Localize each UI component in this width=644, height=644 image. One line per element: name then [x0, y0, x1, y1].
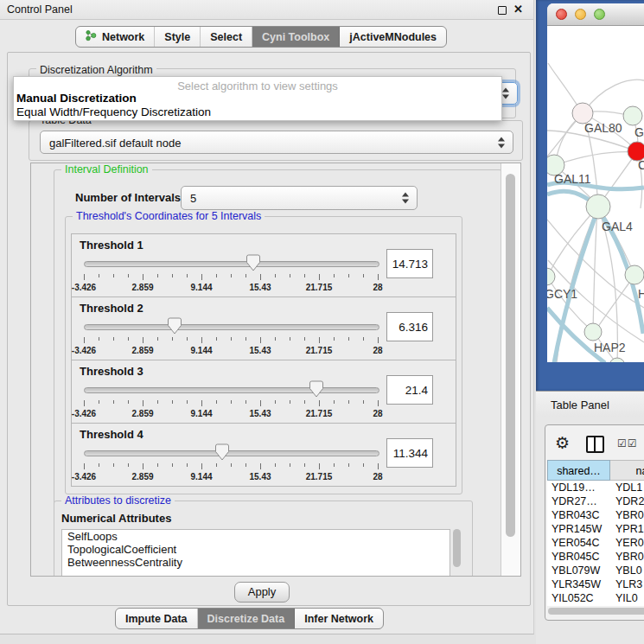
- zoom-window-icon[interactable]: [594, 9, 605, 20]
- slider-thumb[interactable]: [309, 380, 323, 398]
- attribute-list-item[interactable]: SelfLoops: [62, 530, 450, 543]
- cell-name[interactable]: YBR0: [615, 508, 644, 522]
- tab-network[interactable]: Network: [76, 27, 155, 47]
- dropdown-option-equal-width-frequency[interactable]: Equal Width/Frequency Discretization: [16, 105, 211, 118]
- tab-style[interactable]: Style: [155, 27, 201, 47]
- apply-button[interactable]: Apply: [234, 582, 290, 603]
- table-row[interactable]: YER054CYER0: [547, 536, 644, 550]
- slider-tick: [231, 274, 232, 277]
- slider-tick: [363, 274, 364, 277]
- tab-infer-network[interactable]: Infer Network: [295, 609, 383, 628]
- cell-shared-name[interactable]: YIL052C: [552, 591, 594, 605]
- slider-tick: [201, 337, 202, 343]
- network-window-titlebar[interactable]: [547, 3, 644, 26]
- table-row[interactable]: YBR043CYBR0: [547, 508, 644, 522]
- slider-tick: [157, 400, 158, 404]
- slider-tick: [84, 274, 85, 280]
- network-node[interactable]: [609, 358, 625, 362]
- cell-shared-name[interactable]: YBR043C: [552, 508, 600, 522]
- cell-name[interactable]: YLR3: [615, 577, 642, 591]
- table-row[interactable]: YDR27…YDR2: [547, 494, 644, 508]
- slider-tick: [187, 400, 188, 404]
- slider-tick-label: 9.144: [190, 283, 212, 292]
- float-window-icon[interactable]: [498, 6, 507, 15]
- close-icon[interactable]: ✕: [513, 3, 523, 16]
- cell-name[interactable]: YPR1: [615, 522, 644, 536]
- network-node-gcy1[interactable]: [547, 268, 555, 285]
- slider-tick: [245, 463, 246, 467]
- number-of-intervals-combobox[interactable]: 5: [181, 186, 418, 210]
- tab-select[interactable]: Select: [201, 27, 252, 47]
- cell-name[interactable]: YIL0: [615, 591, 638, 605]
- cell-shared-name[interactable]: YLR345W: [552, 577, 601, 591]
- table-horizontal-scrollbar[interactable]: [548, 608, 644, 615]
- table-row[interactable]: YLR345WYLR3: [547, 577, 644, 591]
- attributes-list-scrollbar[interactable]: [453, 529, 461, 567]
- column-header-name[interactable]: na: [610, 460, 644, 481]
- table-panel-title: Table Panel: [551, 399, 609, 411]
- cell-name[interactable]: YBL0: [615, 564, 642, 577]
- threshold-3-value-field[interactable]: 21.4: [386, 375, 433, 405]
- threshold-4-box: Threshold 4 -3.4262.8599.14415.4321.7152…: [71, 423, 456, 487]
- network-node-ga[interactable]: [623, 106, 642, 125]
- columns-icon[interactable]: [586, 436, 604, 453]
- scroll-pane-scrollbar-track[interactable]: [501, 163, 521, 576]
- tab-cyni-toolbox[interactable]: Cyni Toolbox: [252, 27, 340, 47]
- threshold-4-value-field[interactable]: 11.344: [386, 438, 433, 468]
- network-node-h[interactable]: [625, 265, 644, 284]
- cell-name[interactable]: YDL1: [615, 481, 642, 494]
- gear-icon[interactable]: ⚙: [555, 435, 570, 451]
- cell-shared-name[interactable]: YBR045C: [552, 550, 600, 564]
- checkboxes-icon[interactable]: ☑☑: [617, 437, 638, 450]
- threshold-2-value-field[interactable]: 6.316: [386, 312, 433, 341]
- slider-tick: [245, 274, 246, 277]
- cell-shared-name[interactable]: YDL19…: [552, 481, 596, 494]
- dropdown-option-manual-discretization[interactable]: Manual Discretization: [16, 92, 137, 105]
- slider-tick: [99, 463, 99, 467]
- cell-name[interactable]: YER0: [615, 536, 644, 550]
- threshold-label: Threshold 4: [80, 428, 143, 441]
- network-canvas[interactable]: GAL80GACGAL11GAL4GCY1HHAP2: [547, 26, 644, 362]
- attribute-list-item[interactable]: BetweennessCentrality: [62, 556, 450, 569]
- minimize-window-icon[interactable]: [575, 9, 586, 20]
- table-row[interactable]: YIL052CYIL0: [547, 591, 644, 605]
- slider-thumb[interactable]: [168, 317, 182, 335]
- slider-tick: [378, 337, 379, 343]
- tab-discretize-data[interactable]: Discretize Data: [198, 609, 296, 628]
- slider-tick: [113, 337, 114, 341]
- threshold-4-slider[interactable]: -3.4262.8599.14415.4321.71528: [84, 444, 378, 482]
- slider-tick: [319, 400, 320, 406]
- slider-thumb[interactable]: [246, 254, 261, 271]
- threshold-1-slider[interactable]: -3.4262.8599.14415.4321.71528: [84, 255, 378, 293]
- table-row[interactable]: YPR145WYPR1: [547, 522, 644, 536]
- dropdown-hint: Select algorithm to view settings: [14, 80, 501, 92]
- threshold-2-slider[interactable]: -3.4262.8599.14415.4321.71528: [84, 318, 378, 356]
- slider-tick: [348, 274, 349, 277]
- cell-name[interactable]: YBR0: [615, 550, 644, 564]
- threshold-3-slider[interactable]: -3.4262.8599.14415.4321.71528: [84, 381, 378, 419]
- network-node-hap2[interactable]: [584, 323, 602, 341]
- tab-impute-data[interactable]: Impute Data: [116, 609, 198, 628]
- table-row[interactable]: YBR045CYBR0: [547, 550, 644, 564]
- slider-thumb[interactable]: [214, 443, 229, 461]
- slider-tick: [143, 337, 143, 343]
- cell-shared-name[interactable]: YDR27…: [552, 494, 597, 508]
- cell-shared-name[interactable]: YBL079W: [552, 564, 600, 577]
- table-row[interactable]: YDL19…YDL1: [547, 481, 644, 494]
- cell-name[interactable]: YDR2: [615, 494, 644, 508]
- attribute-list-item[interactable]: TopologicalCoefficient: [62, 543, 450, 556]
- network-node-gal4[interactable]: [586, 194, 610, 219]
- table-data-combobox[interactable]: galFiltered.sif default node: [40, 131, 513, 154]
- column-header-shared-name[interactable]: shared…: [547, 460, 610, 481]
- table-row[interactable]: YBL079WYBL0: [547, 564, 644, 577]
- close-window-icon[interactable]: [556, 9, 567, 20]
- threshold-1-value-field[interactable]: 14.713: [386, 249, 433, 278]
- scroll-pane-scrollbar-thumb[interactable]: [506, 174, 515, 537]
- cell-shared-name[interactable]: YPR145W: [552, 522, 602, 536]
- tab-jactivemnodules[interactable]: jActiveMNodules: [340, 27, 446, 47]
- slider-tick: [99, 400, 99, 404]
- slider-tick: [275, 400, 276, 404]
- slider-tick: [304, 274, 305, 277]
- slider-tick-label: 2.859: [131, 472, 153, 481]
- cell-shared-name[interactable]: YER054C: [552, 536, 600, 550]
